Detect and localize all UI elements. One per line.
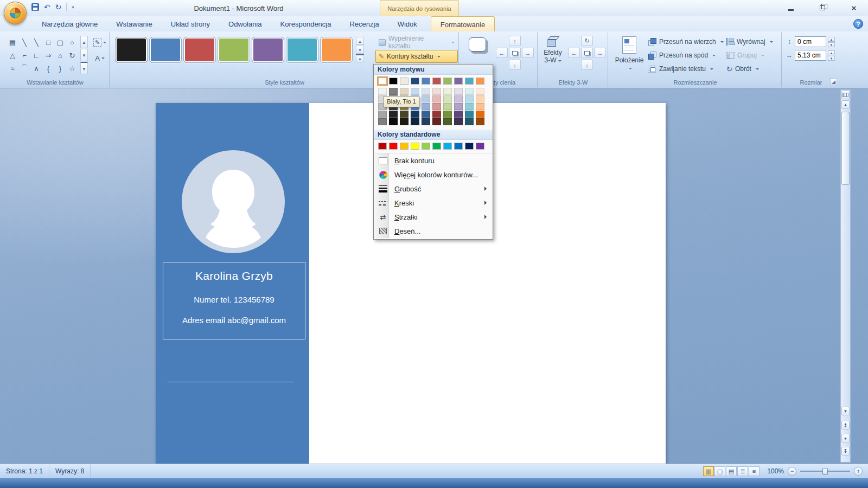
color-swatch[interactable] — [465, 111, 474, 118]
view-full-screen-button[interactable]: ▢ — [714, 466, 725, 476]
color-swatch[interactable] — [432, 103, 441, 110]
shape-outline-button[interactable]: ✎ Kontury kształtu — [375, 50, 458, 63]
color-swatch[interactable] — [465, 78, 474, 85]
color-swatch[interactable] — [320, 37, 353, 63]
color-swatch[interactable] — [476, 88, 484, 95]
shape-glyph[interactable]: ╲ — [18, 36, 30, 49]
position-button[interactable]: Położenie — [614, 35, 645, 72]
shape-glyph[interactable]: ↻ — [66, 49, 78, 62]
color-swatch[interactable] — [400, 78, 409, 85]
browse-object-button[interactable]: ● — [841, 434, 850, 442]
gallery-up-icon[interactable]: ▲ — [80, 36, 88, 48]
color-swatch[interactable] — [476, 118, 484, 125]
zoom-in-button[interactable]: + — [854, 467, 863, 476]
color-swatch[interactable] — [476, 78, 484, 85]
undo-icon[interactable]: ↶ — [44, 3, 50, 11]
color-swatch[interactable] — [465, 95, 474, 102]
restore-button[interactable] — [816, 3, 829, 12]
color-swatch[interactable] — [183, 37, 216, 63]
color-swatch[interactable] — [465, 88, 474, 95]
color-swatch[interactable] — [422, 111, 430, 118]
cv-info-box[interactable]: Karolina Grzyb Numer tel. 123456789 Adre… — [163, 262, 305, 339]
shape-glyph[interactable]: } — [54, 62, 66, 75]
color-swatch[interactable] — [389, 143, 398, 150]
zoom-level[interactable]: 100% — [763, 467, 784, 475]
color-swatch[interactable] — [378, 118, 387, 125]
customize-qat-icon[interactable]: ▾ — [72, 5, 74, 10]
shape-glyph[interactable]: ⌒ — [18, 62, 30, 75]
color-swatch[interactable] — [378, 88, 387, 95]
nudge-shadow-up-button[interactable]: ↑ — [509, 36, 521, 46]
color-swatch[interactable] — [400, 118, 409, 125]
color-swatch[interactable] — [218, 37, 250, 63]
color-swatch[interactable] — [443, 88, 452, 95]
color-swatch[interactable] — [432, 143, 441, 150]
color-swatch[interactable] — [422, 143, 430, 150]
tilt-right-button[interactable]: → — [594, 48, 606, 58]
color-swatch[interactable] — [149, 37, 182, 63]
tab-widok[interactable]: Widok — [388, 16, 426, 31]
color-swatch[interactable] — [389, 88, 398, 95]
cv-sidebar-shape[interactable]: Karolina Grzyb Numer tel. 123456789 Adre… — [156, 103, 309, 464]
color-swatch[interactable] — [389, 111, 398, 118]
color-swatch[interactable] — [454, 88, 463, 95]
previous-page-button[interactable]: ▲▲ — [841, 421, 850, 429]
color-swatch[interactable] — [443, 118, 452, 125]
color-swatch[interactable] — [400, 88, 409, 95]
color-swatch[interactable] — [411, 78, 419, 85]
color-swatch[interactable] — [422, 88, 430, 95]
save-icon[interactable] — [31, 3, 39, 11]
color-swatch[interactable] — [454, 78, 463, 85]
styles-down-icon[interactable]: ▼ — [356, 46, 364, 54]
shape-glyph[interactable]: ⌐ — [18, 49, 30, 62]
menu-item-more-colors[interactable]: Więcej kolorów konturów... — [374, 168, 493, 182]
minimize-button[interactable] — [784, 3, 797, 12]
color-swatch[interactable] — [476, 111, 484, 118]
color-swatch[interactable] — [411, 111, 419, 118]
size-dialog-launcher[interactable]: ◢ — [830, 78, 837, 85]
color-swatch[interactable] — [400, 111, 409, 118]
view-outline-button[interactable]: ≣ — [737, 466, 748, 476]
edit-shape-button[interactable]: ✎ — [92, 36, 107, 49]
color-swatch[interactable] — [476, 95, 484, 102]
color-swatch[interactable] — [422, 118, 430, 125]
color-swatch[interactable] — [454, 95, 463, 102]
shape-glyph[interactable]: ○ — [66, 36, 78, 49]
color-swatch[interactable] — [454, 111, 463, 118]
shape-fill-button[interactable]: Wypełnienie kształtu — [375, 36, 458, 49]
color-swatch[interactable] — [378, 111, 387, 118]
tab-recenzja[interactable]: Recenzja — [340, 16, 388, 31]
color-swatch[interactable] — [389, 118, 398, 125]
color-swatch[interactable] — [422, 95, 430, 102]
shape-glyph[interactable]: △ — [7, 49, 18, 62]
color-swatch[interactable] — [115, 37, 148, 63]
tab-korespondencja[interactable]: Korespondencja — [271, 16, 341, 31]
group-objects-button[interactable]: Grupuj — [726, 49, 764, 61]
shadow-effects-button[interactable] — [462, 35, 493, 52]
color-swatch[interactable] — [411, 118, 419, 125]
color-swatch[interactable] — [454, 103, 463, 110]
shape-height-input[interactable] — [795, 36, 826, 47]
redo-icon[interactable]: ↻ — [55, 3, 62, 11]
office-button[interactable] — [4, 2, 27, 24]
align-button[interactable]: Wyrównaj — [726, 36, 773, 48]
color-swatch[interactable] — [286, 37, 318, 63]
bring-to-front-button[interactable]: Przesuń na wierzch — [648, 36, 724, 48]
word-count[interactable]: Wyrazy: 8 — [49, 464, 91, 478]
color-swatch[interactable] — [465, 118, 474, 125]
color-swatch[interactable] — [476, 103, 484, 110]
toggle-3d-button[interactable] — [581, 48, 593, 58]
scrollbar-thumb[interactable] — [841, 112, 850, 185]
shape-glyph[interactable]: □ — [42, 36, 54, 49]
color-swatch[interactable] — [465, 103, 474, 110]
scroll-down-button[interactable]: ▼ — [841, 407, 850, 415]
shape-glyph[interactable]: ▢ — [54, 36, 66, 49]
menu-item-no-outline[interactable]: Brak konturu — [374, 153, 493, 168]
color-swatch[interactable] — [432, 95, 441, 102]
tilt-left-button[interactable]: ← — [568, 48, 580, 58]
shape-glyph[interactable]: ⇒ — [42, 49, 54, 62]
color-swatch[interactable] — [432, 78, 441, 85]
nudge-shadow-right-button[interactable]: → — [522, 48, 534, 58]
cv-divider-line[interactable] — [168, 382, 294, 382]
color-swatch[interactable] — [422, 103, 430, 110]
